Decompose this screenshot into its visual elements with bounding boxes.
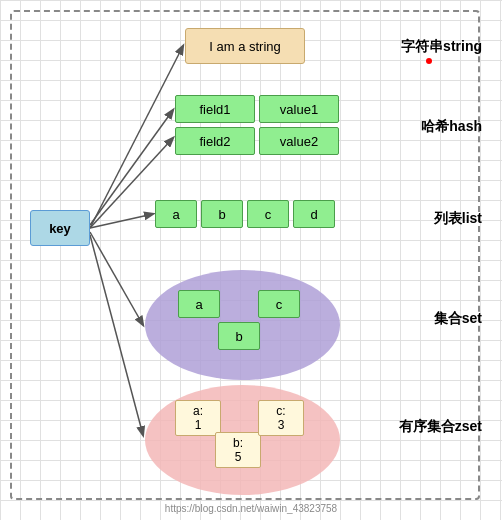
- string-box: I am a string: [185, 28, 305, 64]
- zset-item-c: c: 3: [258, 400, 304, 436]
- main-container: key I am a string 字符串string 哈希hash 列表lis…: [0, 0, 502, 520]
- key-label: key: [49, 221, 71, 236]
- hash-row-2: field2 value2: [175, 127, 343, 155]
- hash-field2: field2: [175, 127, 255, 155]
- list-row: a b c d: [155, 200, 339, 228]
- red-dot: [426, 58, 432, 64]
- hash-type-label: 哈希hash: [421, 118, 482, 136]
- set-type-label: 集合set: [434, 310, 482, 328]
- list-type-label: 列表list: [434, 210, 482, 228]
- set-item-b: b: [218, 322, 260, 350]
- hash-value1: value1: [259, 95, 339, 123]
- set-item-a: a: [178, 290, 220, 318]
- string-value: I am a string: [209, 39, 281, 54]
- zset-type-label: 有序集合zset: [399, 418, 482, 436]
- list-item-a: a: [155, 200, 197, 228]
- hash-value2: value2: [259, 127, 339, 155]
- watermark: https://blog.csdn.net/waiwin_43823758: [165, 503, 337, 514]
- hash-field1: field1: [175, 95, 255, 123]
- list-item-c: c: [247, 200, 289, 228]
- key-box: key: [30, 210, 90, 246]
- hash-row-1: field1 value1: [175, 95, 343, 123]
- list-item-b: b: [201, 200, 243, 228]
- set-item-c: c: [258, 290, 300, 318]
- string-type-label: 字符串string: [401, 38, 482, 56]
- zset-item-b: b: 5: [215, 432, 261, 468]
- list-item-d: d: [293, 200, 335, 228]
- zset-item-a: a: 1: [175, 400, 221, 436]
- hash-table: field1 value1 field2 value2: [175, 95, 343, 159]
